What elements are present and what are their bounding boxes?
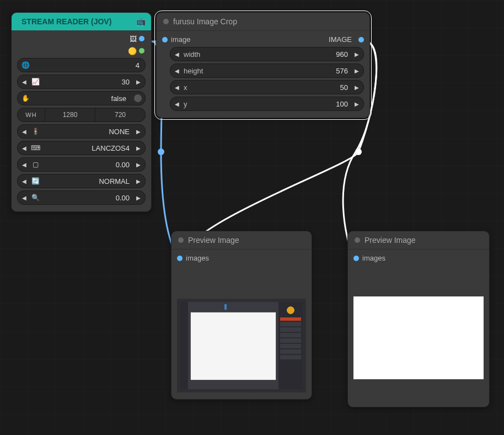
mask-icon: 🟡	[128, 47, 137, 55]
widget-matte[interactable]: ◀ ▢ 0.00 ▶	[17, 157, 146, 172]
arrow-right-icon[interactable]: ▶	[353, 68, 360, 74]
node-body: images	[171, 250, 312, 399]
image-icon: 🖼	[130, 35, 137, 43]
node-preview-image-2[interactable]: Preview Image images	[347, 231, 490, 407]
square-icon: ▢	[31, 161, 40, 168]
arrow-left-icon[interactable]: ◀	[174, 101, 180, 107]
widget-fps[interactable]: ◀ 📈 30 ▶	[17, 75, 146, 89]
link-midpoint-dot[interactable]	[355, 148, 362, 155]
arrow-right-icon[interactable]: ▶	[135, 162, 142, 168]
keyboard-icon: ⌨	[31, 144, 40, 152]
refresh-icon: 🔄	[31, 177, 40, 185]
widget-url[interactable]: 🌐 4	[17, 58, 146, 72]
widget-value: 50	[340, 83, 350, 92]
node-title-bar[interactable]: Preview Image	[171, 231, 312, 250]
output-mask-slot[interactable]: 🟡	[17, 46, 146, 56]
widget-label: width	[184, 50, 200, 59]
node-stream-reader[interactable]: STREAM READER (JOV) 📺 🖼 🟡 🌐 4 ◀ 📈 30 ▶ ✋…	[11, 12, 152, 212]
widget-value: 0.00	[116, 194, 132, 202]
widget-height[interactable]: ◀ height 576 ▶	[170, 63, 364, 78]
toggle-dot-icon[interactable]	[134, 94, 142, 102]
widget-value: 30	[122, 78, 132, 86]
arrow-left-icon[interactable]: ◀	[174, 84, 180, 91]
input-dot-icon[interactable]	[162, 37, 168, 43]
widget-sample[interactable]: ◀ ⌨ LANCZOS4 ▶	[17, 141, 146, 155]
node-title-bar[interactable]: STREAM READER (JOV) 📺	[12, 13, 151, 30]
input-label: images	[186, 254, 209, 262]
widget-value: 960	[336, 50, 350, 59]
widget-value: false	[111, 94, 128, 103]
arrow-right-icon[interactable]: ▶	[135, 145, 142, 151]
preview-thumbnail[interactable]	[353, 296, 484, 379]
arrow-left-icon[interactable]: ◀	[21, 145, 28, 151]
widget-orient[interactable]: ◀ 🔄 NORMAL ▶	[17, 174, 146, 188]
arrow-left-icon[interactable]: ◀	[174, 51, 180, 57]
node-preview-image-1[interactable]: Preview Image images	[171, 231, 312, 400]
collapse-dot-icon[interactable]	[178, 237, 184, 243]
widget-wh[interactable]: WH 1280 720	[17, 108, 146, 122]
arrow-right-icon[interactable]: ▶	[135, 195, 142, 201]
widget-x[interactable]: ◀ x 50 ▶	[170, 80, 364, 94]
output-dot-icon[interactable]	[358, 37, 364, 43]
arrow-left-icon[interactable]: ◀	[174, 68, 180, 74]
node-body: 🖼 🟡 🌐 4 ◀ 📈 30 ▶ ✋ false WH 1280 720	[12, 30, 151, 211]
widget-value: LANCZOS4	[92, 144, 132, 152]
wh-label: WH	[18, 108, 45, 121]
node-title-bar[interactable]: furusu Image Crop	[157, 13, 369, 31]
input-dot-icon[interactable]	[177, 256, 183, 261]
node-body: image IMAGE ◀ width 960 ▶ ◀ height 576 ▶…	[157, 31, 369, 118]
widget-label: x	[184, 83, 187, 92]
widget-mode[interactable]: ◀ 🚦 NONE ▶	[17, 124, 146, 139]
node-title: furusu Image Crop	[173, 17, 237, 26]
output-image-slot[interactable]: 🖼	[17, 34, 146, 44]
tv-icon: 📺	[136, 17, 146, 26]
widget-width[interactable]: ◀ width 960 ▶	[170, 47, 364, 61]
widget-label: height	[184, 67, 203, 75]
node-title: Preview Image	[188, 236, 239, 245]
widget-zoom[interactable]: ◀ 🔍 0.00 ▶	[17, 190, 146, 205]
arrow-left-icon[interactable]: ◀	[21, 178, 28, 184]
node-title: Preview Image	[364, 236, 416, 245]
output-dot-icon[interactable]	[139, 48, 144, 54]
globe-icon: 🌐	[21, 61, 30, 69]
widget-y[interactable]: ◀ y 100 ▶	[170, 97, 364, 111]
wh-width[interactable]: 1280	[45, 108, 95, 121]
widget-paused[interactable]: ✋ false	[17, 91, 146, 105]
collapse-dot-icon[interactable]	[355, 237, 360, 243]
link-midpoint-dot[interactable]	[158, 148, 164, 155]
widget-value: 100	[336, 100, 350, 108]
arrow-left-icon[interactable]: ◀	[21, 162, 28, 168]
node-image-crop[interactable]: furusu Image Crop image IMAGE ◀ width 96…	[156, 12, 370, 118]
arrow-right-icon[interactable]: ▶	[353, 51, 360, 57]
arrow-right-icon[interactable]: ▶	[135, 79, 142, 85]
node-body: images	[348, 250, 489, 407]
node-title-bar[interactable]: Preview Image	[348, 231, 489, 250]
preview-thumbnail[interactable]	[177, 299, 306, 392]
widget-label: y	[184, 100, 187, 108]
traffic-icon: 🚦	[31, 128, 40, 135]
node-title: STREAM READER (JOV)	[22, 17, 111, 26]
input-label: image	[171, 35, 190, 44]
arrow-left-icon[interactable]: ◀	[21, 129, 28, 135]
magnify-icon: 🔍	[31, 194, 40, 201]
arrow-right-icon[interactable]: ▶	[135, 178, 142, 184]
arrow-right-icon[interactable]: ▶	[353, 101, 360, 107]
arrow-right-icon[interactable]: ▶	[135, 129, 142, 135]
widget-value: NONE	[109, 128, 132, 136]
slot-images[interactable]: images	[177, 253, 306, 263]
widget-value: 576	[336, 67, 350, 75]
arrow-left-icon[interactable]: ◀	[21, 79, 28, 85]
widget-value: NORMAL	[99, 177, 132, 185]
wh-height[interactable]: 720	[95, 108, 145, 121]
slot-images[interactable]: images	[353, 253, 484, 263]
collapse-dot-icon[interactable]	[163, 19, 169, 24]
input-label: images	[362, 254, 385, 262]
widget-value: 0.00	[116, 161, 132, 169]
widget-value: 4	[136, 61, 142, 70]
arrow-left-icon[interactable]: ◀	[21, 195, 28, 201]
chart-icon: 📈	[31, 78, 40, 86]
slot-image[interactable]: image IMAGE	[162, 34, 364, 45]
input-dot-icon[interactable]	[353, 256, 359, 261]
output-dot-icon[interactable]	[139, 36, 144, 41]
arrow-right-icon[interactable]: ▶	[353, 84, 360, 91]
